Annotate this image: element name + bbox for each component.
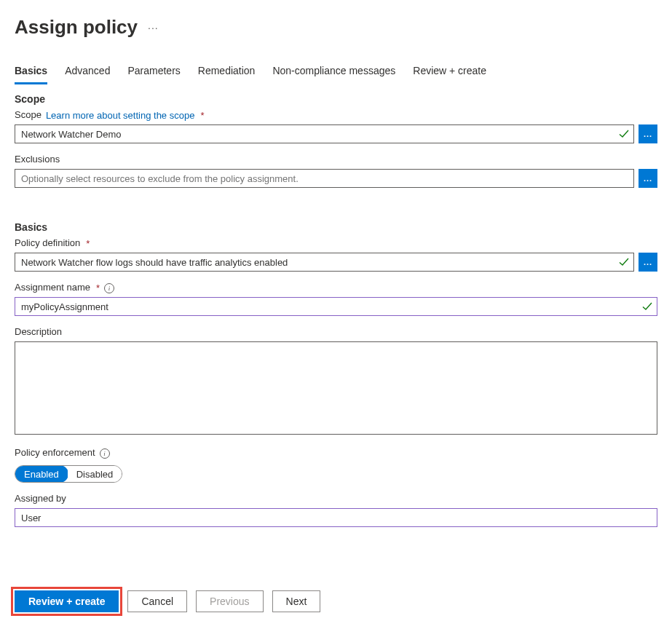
tab-non-compliance-messages[interactable]: Non-compliance messages xyxy=(272,60,395,84)
scope-picker-button[interactable]: ... xyxy=(639,124,657,143)
review-create-button[interactable]: Review + create xyxy=(15,590,119,612)
policy-definition-picker-button[interactable]: ... xyxy=(639,253,657,272)
section-header-basics: Basics xyxy=(15,221,657,233)
tab-bar: Basics Advanced Parameters Remediation N… xyxy=(15,60,657,84)
policy-enforcement-label: Policy enforcement xyxy=(15,447,95,458)
ellipsis-icon: ... xyxy=(644,258,652,266)
section-header-scope: Scope xyxy=(15,93,657,105)
scope-learn-more-link[interactable]: Learn more about setting the scope xyxy=(46,110,195,121)
more-actions-icon[interactable]: ··· xyxy=(148,22,159,33)
page-title: Assign policy xyxy=(15,16,138,39)
required-mark: * xyxy=(96,282,100,293)
description-label: Description xyxy=(15,326,62,337)
policy-definition-input[interactable] xyxy=(15,253,634,272)
info-icon[interactable]: i xyxy=(104,283,114,293)
policy-enforcement-toggle: Enabled Disabled xyxy=(15,465,122,483)
scope-input[interactable] xyxy=(15,124,634,143)
assignment-name-label: Assignment name xyxy=(15,282,90,293)
enforcement-disabled-option[interactable]: Disabled xyxy=(68,466,122,482)
tab-basics[interactable]: Basics xyxy=(15,60,47,84)
previous-button[interactable]: Previous xyxy=(196,590,263,612)
scope-label: Scope xyxy=(15,109,41,120)
assignment-name-input[interactable] xyxy=(15,297,657,316)
policy-definition-label: Policy definition xyxy=(15,237,80,248)
assigned-by-input[interactable] xyxy=(15,508,657,527)
assigned-by-label: Assigned by xyxy=(15,493,66,504)
required-mark: * xyxy=(200,110,204,121)
tab-parameters[interactable]: Parameters xyxy=(127,60,180,84)
ellipsis-icon: ... xyxy=(644,174,652,183)
info-icon[interactable]: i xyxy=(100,448,110,459)
next-button[interactable]: Next xyxy=(272,590,321,612)
exclusions-input[interactable] xyxy=(15,169,634,188)
exclusions-picker-button[interactable]: ... xyxy=(639,169,657,188)
cancel-button[interactable]: Cancel xyxy=(127,590,187,612)
required-mark: * xyxy=(86,238,90,249)
description-textarea[interactable] xyxy=(15,341,657,435)
ellipsis-icon: ... xyxy=(644,130,652,138)
tab-review-create[interactable]: Review + create xyxy=(413,60,486,84)
enforcement-enabled-option[interactable]: Enabled xyxy=(15,465,68,483)
tab-remediation[interactable]: Remediation xyxy=(198,60,256,84)
tab-advanced[interactable]: Advanced xyxy=(65,60,110,84)
exclusions-label: Exclusions xyxy=(15,154,60,165)
footer-action-bar: Review + create Cancel Previous Next xyxy=(0,582,672,621)
